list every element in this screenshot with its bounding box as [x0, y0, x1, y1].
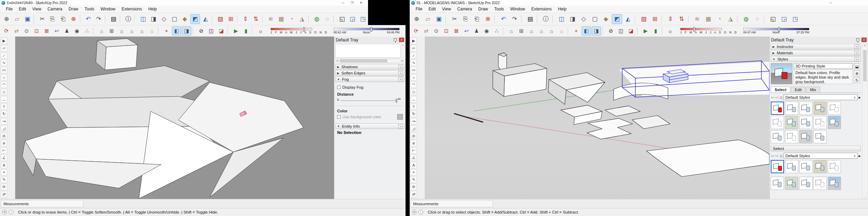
cut-button[interactable]: ✂	[449, 14, 460, 24]
walk-button[interactable]: ∴	[82, 26, 92, 35]
shaded-textures-style-button[interactable]: ◩	[190, 14, 200, 24]
rectangle-tool[interactable]: ▭	[1, 67, 7, 73]
axes-tool[interactable]: ⌖	[410, 169, 417, 176]
sep[interactable]	[333, 15, 336, 23]
look-around-button[interactable]: ◉	[72, 26, 82, 35]
style-thumbnail[interactable]	[813, 102, 827, 115]
look-around-button[interactable]: ◉	[482, 26, 491, 35]
menu-edit[interactable]: Edit	[425, 6, 439, 13]
tape-measure-tool[interactable]: ⌀	[410, 140, 417, 146]
time-slider-groove[interactable]	[334, 28, 400, 30]
back-edges-style-button[interactable]: ◨	[149, 14, 158, 24]
in-model-icon[interactable]: ⌂	[780, 95, 783, 100]
secondary-pane-button[interactable]: ⬓	[854, 63, 860, 69]
wireframe-style-button[interactable]: ◇	[159, 14, 169, 24]
flip-axis-button[interactable]: ⇅	[251, 14, 261, 24]
panel-close-icon[interactable]: ×	[398, 71, 403, 75]
menu-window[interactable]: Window	[98, 6, 119, 13]
close-button[interactable]: ✕	[357, 0, 366, 6]
panel-close-icon[interactable]: ×	[398, 77, 403, 81]
text-tool[interactable]: A	[410, 162, 417, 168]
forward-arrow-icon[interactable]: ⇨	[775, 95, 779, 100]
style-thumbnail[interactable]	[828, 116, 841, 129]
sep[interactable]	[494, 15, 497, 23]
push-pull-tool[interactable]: ⇧	[410, 103, 417, 110]
freehand-tool[interactable]: ∿	[1, 59, 7, 66]
position-texture-button[interactable]: ▨	[639, 14, 649, 24]
zoom-extents-button[interactable]: ⊠	[42, 26, 51, 35]
hidden-line-style-button[interactable]: ▢	[590, 14, 600, 24]
perspective-button[interactable]: ◧	[172, 26, 181, 35]
circle-tool[interactable]: ○	[1, 74, 7, 81]
style-thumbnail[interactable]	[799, 130, 812, 143]
fog-slider-handle[interactable]	[396, 99, 397, 103]
axes-button[interactable]: ⌖	[162, 26, 171, 35]
left-drawing-viewport[interactable]	[15, 37, 334, 199]
secondary-collection-dropdown[interactable]: Default Styles ∨	[784, 153, 858, 159]
new-button[interactable]: ⊕	[411, 14, 422, 24]
axes-button[interactable]: ⌖	[571, 26, 581, 35]
sep[interactable]	[445, 15, 448, 23]
menu-tools[interactable]: Tools	[491, 6, 507, 13]
xray-style-button[interactable]: ◫	[556, 14, 567, 24]
right-measurements-box[interactable]: Measurements	[410, 200, 493, 207]
date-slider-handle[interactable]	[693, 27, 695, 32]
right-time-slider[interactable]: 04:47 AM Noon 07:25 PM	[743, 28, 809, 34]
circle-tool[interactable]: ○	[410, 74, 417, 81]
view-back-button[interactable]: ⌂	[137, 26, 147, 35]
style-thumbnail[interactable]	[813, 160, 827, 173]
expand-arrow-icon[interactable]: ▶	[337, 65, 339, 69]
right-drawing-viewport[interactable]	[425, 37, 769, 199]
scroll-left-icon[interactable]: <	[335, 59, 340, 63]
style-thumbnail[interactable]	[799, 102, 812, 115]
sep[interactable]	[212, 15, 214, 23]
menu-camera[interactable]: Camera	[454, 6, 475, 13]
view-right-button[interactable]: ⌂	[127, 26, 136, 35]
geolocation-icon[interactable]: ⟲	[2, 210, 7, 215]
tray-close-icon[interactable]: x	[861, 38, 867, 42]
style-thumbnail[interactable]	[828, 102, 841, 115]
perspective-button[interactable]: ◧	[582, 26, 591, 35]
shadows-dialog-button[interactable]: ☼	[666, 26, 675, 35]
select-tool[interactable]: ▶	[410, 38, 417, 44]
style-thumbnail[interactable]	[785, 130, 798, 143]
info-icon[interactable]: i	[9, 210, 14, 215]
left-measurements-box[interactable]: Measurements	[1, 200, 83, 207]
erase-button[interactable]: ⊗	[483, 14, 493, 24]
sandbox-from-contours-button[interactable]: ≋	[266, 14, 276, 24]
wireframe-style-button[interactable]: ◇	[578, 14, 589, 24]
toggle-terrain-button[interactable]: ◌	[752, 14, 762, 24]
details-arrow-icon[interactable]: ▸	[859, 153, 861, 158]
style-name-input[interactable]: 3D Printing Style	[794, 63, 853, 69]
orbit-tool[interactable]: ⟳	[410, 184, 417, 190]
view-left-button[interactable]: ⌂	[147, 26, 157, 35]
texture-grid-button[interactable]: ⊞	[226, 14, 236, 24]
pin-icon[interactable]	[394, 38, 397, 41]
sandbox-from-scratch-button[interactable]: ▦	[703, 14, 713, 24]
text-tool[interactable]: A	[1, 162, 7, 168]
details-arrow-icon[interactable]: ▸	[859, 95, 861, 100]
back-arrow-icon[interactable]: ⇦	[771, 95, 774, 100]
add-location-button[interactable]: ◍	[312, 14, 322, 24]
protractor-tool[interactable]: ∠	[1, 154, 7, 161]
use-background-color-checkbox[interactable]	[337, 115, 341, 119]
view-left-button[interactable]: ⌂	[557, 26, 566, 35]
position-camera-button[interactable]: ♟	[472, 26, 481, 35]
panel-shadows[interactable]: ▶ Shadows ×	[335, 64, 404, 70]
rotate-tool[interactable]: ↻	[1, 111, 7, 117]
display-section-planes-button[interactable]: ◫	[616, 26, 626, 35]
style-thumbnail[interactable]	[799, 160, 812, 173]
pin-icon[interactable]	[856, 38, 859, 41]
time-slider-groove[interactable]	[743, 28, 809, 30]
monochrome-style-button[interactable]: ◭	[201, 14, 210, 24]
update-style-button[interactable]: ↻	[854, 77, 860, 83]
line-tool[interactable]: ∕	[410, 52, 417, 59]
zoom-button[interactable]: ⊙	[22, 26, 31, 35]
sep[interactable]	[602, 27, 605, 35]
expand-arrow-icon[interactable]: ▶	[773, 51, 775, 55]
time-slider-handle[interactable]	[370, 27, 372, 32]
back-edges-style-button[interactable]: ◨	[567, 14, 578, 24]
move-tool[interactable]: ↔	[1, 96, 7, 103]
pan-button[interactable]: ⇄	[12, 26, 21, 35]
polygon-tool[interactable]: ◇	[410, 89, 417, 95]
